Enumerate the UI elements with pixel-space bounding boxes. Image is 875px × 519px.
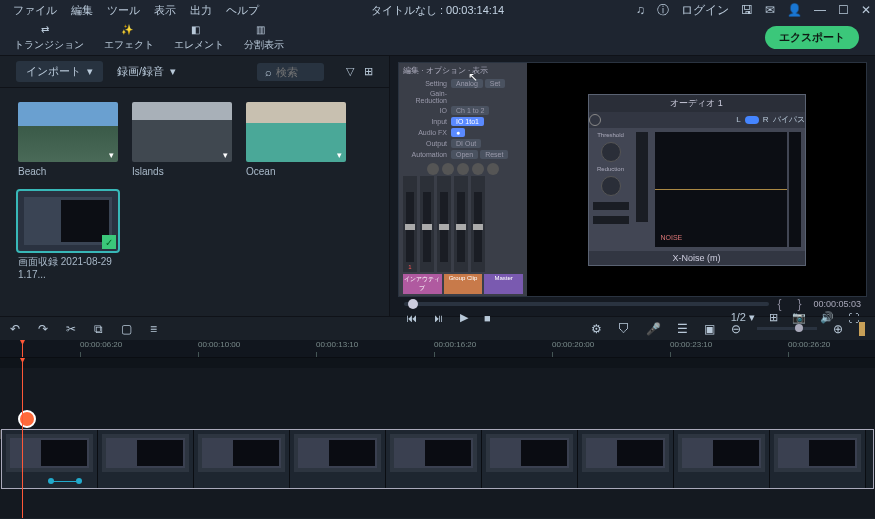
filter-icon[interactable]: ▽ — [346, 65, 354, 78]
import-button[interactable]: インポート▾ — [16, 61, 103, 82]
mixer-tab-group[interactable]: Group Clip — [444, 274, 483, 294]
search-input[interactable] — [276, 66, 316, 78]
meter-icon[interactable] — [859, 322, 865, 336]
mail-icon[interactable]: ✉ — [765, 3, 775, 17]
media-clip[interactable]: ▾ Ocean — [246, 102, 346, 177]
menu-edit[interactable]: 編集 — [64, 3, 100, 18]
knob-icon[interactable] — [442, 163, 454, 175]
timeline-clip[interactable] — [386, 430, 482, 488]
close-icon[interactable]: ✕ — [861, 3, 871, 17]
prev-frame-icon[interactable]: ⏮ — [406, 312, 417, 324]
channel-fader[interactable] — [454, 176, 468, 272]
plugin-bypass[interactable]: バイパス — [773, 114, 805, 125]
tab-element[interactable]: ◧エレメント — [164, 24, 234, 52]
text-icon[interactable]: ▢ — [121, 322, 132, 336]
timeline-clip[interactable] — [674, 430, 770, 488]
export-button[interactable]: エクスポート — [765, 26, 859, 49]
mixer-analog[interactable]: Analog — [451, 79, 483, 88]
window-title: タイトルなし : 00:03:14:14 — [371, 3, 504, 18]
timeline-clip[interactable] — [194, 430, 290, 488]
adjust-icon[interactable]: ≡ — [150, 322, 157, 336]
tab-split[interactable]: ▥分割表示 — [234, 24, 294, 52]
cut-icon[interactable]: ✂ — [66, 322, 76, 336]
tab-effect[interactable]: ✨エフェクト — [94, 24, 164, 52]
mixer-setting2[interactable]: Set — [485, 79, 506, 88]
plugin-r[interactable]: R — [763, 115, 769, 124]
headphone-icon[interactable]: ♫ — [636, 3, 645, 17]
maximize-icon[interactable]: ☐ — [838, 3, 849, 17]
preview-scrubber[interactable] — [404, 302, 769, 306]
channel-fader[interactable] — [437, 176, 451, 272]
plugin-l[interactable]: L — [736, 115, 740, 124]
mixer-reset[interactable]: Reset — [480, 150, 508, 159]
timeline[interactable]: 08-29 — [0, 358, 875, 518]
login-link[interactable]: ログイン — [681, 2, 729, 19]
info-icon[interactable]: ⓘ — [657, 2, 669, 19]
play-pause-icon[interactable]: ⏯ — [433, 312, 444, 324]
mixer-tab-master[interactable]: Master — [484, 274, 523, 294]
knob-icon[interactable] — [487, 163, 499, 175]
channel-fader[interactable]: 1 — [403, 176, 417, 272]
mixer-fx[interactable]: ● — [451, 128, 465, 137]
mixer-io[interactable]: IO 1to1 — [451, 117, 484, 126]
timeline-clip[interactable] — [482, 430, 578, 488]
zoom-in-icon[interactable]: ⊕ — [833, 322, 843, 336]
reduction-knob[interactable] — [601, 176, 621, 196]
gear-icon[interactable]: ⚙ — [591, 322, 602, 336]
menu-help[interactable]: ヘルプ — [219, 3, 266, 18]
threshold-knob[interactable] — [601, 142, 621, 162]
redo-icon[interactable]: ↷ — [38, 322, 48, 336]
menu-file[interactable]: ファイル — [6, 3, 64, 18]
zoom-out-icon[interactable]: ⊖ — [731, 322, 741, 336]
channel-fader[interactable] — [420, 176, 434, 272]
check-icon: ✓ — [102, 235, 116, 249]
zoom-slider[interactable] — [757, 327, 817, 330]
knob-icon[interactable] — [472, 163, 484, 175]
power-icon[interactable] — [589, 114, 601, 126]
video-track[interactable] — [2, 430, 873, 488]
plugin-switch[interactable] — [745, 116, 759, 124]
menu-view[interactable]: 表示 — [147, 3, 183, 18]
search-box[interactable]: ⌕ — [257, 63, 324, 81]
user-icon[interactable]: 👤 — [787, 3, 802, 17]
save-icon[interactable]: 🖫 — [741, 3, 753, 17]
menu-output[interactable]: 出力 — [183, 3, 219, 18]
minimize-icon[interactable]: — — [814, 3, 826, 17]
crop-icon[interactable]: ⧉ — [94, 322, 103, 336]
mic-icon[interactable]: 🎤 — [646, 322, 661, 336]
channel-fader[interactable] — [471, 176, 485, 272]
timeline-clip[interactable] — [770, 430, 866, 488]
timeline-clip[interactable] — [290, 430, 386, 488]
media-clip[interactable]: ▾ Beach — [18, 102, 118, 177]
marker-handle[interactable] — [18, 410, 36, 428]
playhead[interactable] — [22, 340, 23, 357]
media-clip-selected[interactable]: ✓ 画面収録 2021-08-29 1.17... — [18, 191, 118, 280]
timeline-clip[interactable] — [98, 430, 194, 488]
marker-icon[interactable]: ▣ — [704, 322, 715, 336]
record-tab[interactable]: 録画/録音▾ — [117, 64, 176, 79]
play-icon[interactable]: ▶ — [460, 311, 468, 324]
mixer-ch[interactable]: Ch 1 to 2 — [451, 106, 489, 115]
undo-icon[interactable]: ↶ — [10, 322, 20, 336]
menu-tool[interactable]: ツール — [100, 3, 147, 18]
mixer-tab-inactive[interactable]: インアウティブ — [403, 274, 442, 294]
mixer-dlout[interactable]: DI Out — [451, 139, 481, 148]
list-icon[interactable]: ☰ — [677, 322, 688, 336]
tab-transition[interactable]: ⇄トランジション — [4, 24, 94, 52]
mixer-open[interactable]: Open — [451, 150, 478, 159]
knob-icon[interactable] — [427, 163, 439, 175]
clip-label: Ocean — [246, 166, 346, 177]
grid-icon[interactable]: ⊞ — [364, 65, 373, 78]
media-clip[interactable]: ▾ Islands — [132, 102, 232, 177]
timeline-clip[interactable] — [578, 430, 674, 488]
stop-icon[interactable]: ■ — [484, 312, 491, 324]
playhead-line[interactable] — [22, 358, 23, 518]
timeline-ruler[interactable]: 00:00:06:2000:00:10:0000:00:13:1000:00:1… — [0, 340, 875, 358]
clip-label: Islands — [132, 166, 232, 177]
timeline-clip[interactable] — [2, 430, 98, 488]
mark-in-icon[interactable]: { — [777, 297, 781, 311]
shield-icon[interactable]: ⛉ — [618, 322, 630, 336]
mark-out-icon[interactable]: } — [797, 297, 801, 311]
knob-icon[interactable] — [457, 163, 469, 175]
chevron-down-icon: ▾ — [170, 65, 176, 78]
